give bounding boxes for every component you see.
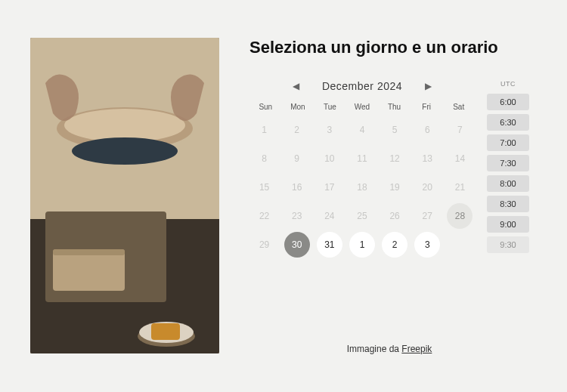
booking-page: Seleziona un giorno e un orario ◀ Decemb… (0, 0, 567, 392)
credit-prefix: Immagine da (347, 344, 402, 354)
calendar-day: 16 (284, 174, 310, 200)
calendar-day[interactable]: 30 (284, 232, 310, 258)
next-month-icon[interactable]: ▶ (420, 81, 436, 91)
booking-panel: Seleziona un giorno e un orario ◀ Decemb… (249, 38, 529, 354)
calendar-day: 17 (317, 174, 342, 200)
time-column: UTC 6:006:307:007:308:008:309:009:30 (487, 80, 529, 330)
svg-rect-6 (53, 249, 125, 291)
svg-rect-7 (53, 249, 125, 255)
time-slot[interactable]: 6:00 (487, 94, 529, 110)
calendar-day: 22 (252, 203, 277, 229)
calendar-day[interactable]: 31 (317, 232, 342, 258)
svg-point-5 (72, 137, 178, 165)
time-slot[interactable]: 8:30 (487, 196, 529, 212)
time-slot[interactable]: 6:30 (487, 114, 529, 131)
svg-point-4 (64, 109, 185, 142)
calendar-day: 24 (317, 203, 342, 229)
calendar-day[interactable]: 1 (349, 232, 375, 258)
time-slot[interactable]: 7:00 (487, 134, 529, 151)
calendar-day: 15 (252, 174, 277, 200)
calendar-day[interactable]: 3 (414, 232, 440, 258)
calendar-day: 25 (349, 203, 375, 229)
calendar-day: 21 (447, 174, 472, 200)
timezone-label: UTC (487, 80, 529, 88)
calendar-day: 7 (447, 117, 472, 143)
time-slot[interactable]: 9:00 (487, 216, 529, 233)
calendar-day[interactable]: 28 (447, 203, 472, 229)
calendar-day: 2 (284, 117, 310, 143)
calendar-day: 18 (349, 174, 375, 200)
calendar-month-label: December 2024 (322, 80, 402, 92)
time-slot[interactable]: 8:00 (487, 175, 529, 192)
calendar: ◀ December 2024 ▶ SunMonTueWedThuFriSat … (249, 80, 475, 330)
calendar-dow-row: SunMonTueWedThuFriSat (249, 103, 475, 111)
calendar-day: 9 (284, 146, 310, 171)
credit-link[interactable]: Freepik (401, 344, 432, 354)
calendar-day: 4 (349, 117, 375, 143)
time-slot[interactable]: 7:30 (487, 155, 529, 171)
calendar-dow: Wed (346, 103, 379, 111)
calendar-dow: Fri (411, 103, 443, 111)
calendar-day: 26 (382, 203, 407, 229)
calendar-day: 23 (284, 203, 310, 229)
calendar-day: 8 (252, 146, 277, 171)
calendar-day: 19 (382, 174, 407, 200)
calendar-dow: Tue (314, 103, 346, 111)
image-credit: Immagine da Freepik (249, 344, 529, 354)
calendar-day: 6 (414, 117, 440, 143)
calendar-dow: Mon (282, 103, 314, 111)
calendar-dow: Sun (249, 103, 282, 111)
calendar-day: 14 (447, 146, 472, 171)
calendar-day: 11 (349, 146, 375, 171)
calendar-dow: Thu (378, 103, 411, 111)
calendar-day: 3 (317, 117, 342, 143)
calendar-day: 12 (382, 146, 407, 171)
time-slot[interactable]: 9:30 (487, 236, 529, 253)
page-title: Seleziona un giorno e un orario (249, 38, 529, 57)
calendar-day: 10 (317, 146, 342, 171)
calendar-day: 29 (252, 232, 277, 258)
calendar-day: 1 (252, 117, 277, 143)
calendar-grid: 1234567891011121314151617181920212223242… (249, 117, 475, 258)
calendar-day: 5 (382, 117, 407, 143)
calendar-day: 20 (414, 174, 440, 200)
hero-image (30, 38, 219, 353)
booking-row: ◀ December 2024 ▶ SunMonTueWedThuFriSat … (249, 80, 529, 330)
calendar-header: ◀ December 2024 ▶ (249, 80, 475, 92)
calendar-day: 27 (414, 203, 440, 229)
calendar-dow: Sat (442, 103, 475, 111)
prev-month-icon[interactable]: ◀ (288, 81, 304, 91)
svg-rect-10 (151, 323, 180, 340)
calendar-day: 13 (414, 146, 440, 171)
calendar-day[interactable]: 2 (382, 232, 407, 258)
